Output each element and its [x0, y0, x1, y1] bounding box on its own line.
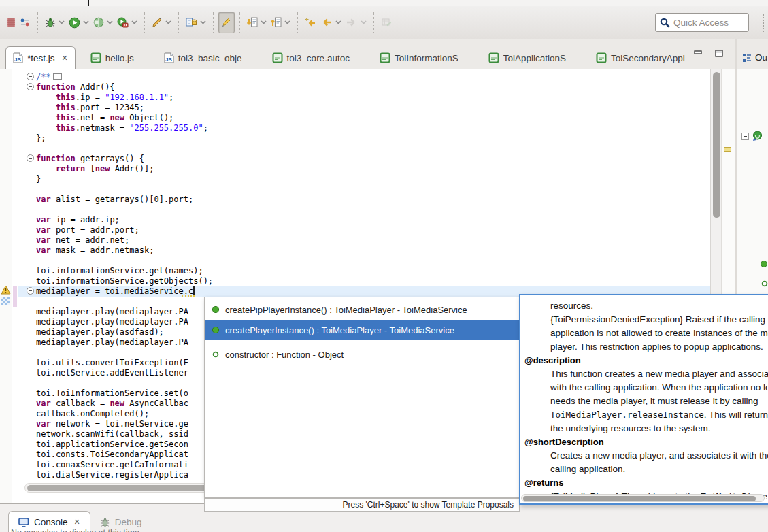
code-line[interactable]: };: [36, 133, 213, 144]
code-line[interactable]: return [new Addr()];: [36, 164, 213, 174]
quick-access-input[interactable]: [673, 18, 741, 28]
code-line[interactable]: var net = addr.net;: [36, 235, 213, 246]
skip-all-breakpoints-button[interactable]: [4, 12, 18, 33]
code-line[interactable]: var mask = addr.netmask;: [36, 246, 213, 256]
code-line[interactable]: var port = addr.port;: [36, 225, 213, 235]
collapse-icon[interactable]: [27, 287, 34, 295]
close-icon[interactable]: ✕: [74, 518, 80, 527]
editor-tab-toisecondaryappl[interactable]: ToiSecondaryAppl: [581, 46, 700, 69]
global-object-icon[interactable]: [752, 131, 763, 142]
code-line[interactable]: mediaplayer.play(mediaplayer.PA: [36, 337, 213, 348]
collapse-icon[interactable]: [27, 83, 34, 90]
code-line[interactable]: toi.dialService.registerApplica: [36, 470, 213, 480]
new-snippet-button[interactable]: [184, 12, 208, 33]
method-public-icon[interactable]: [760, 260, 768, 268]
proposal-row[interactable]: createPlayerInstance() : ToiMediaPlayer …: [205, 320, 519, 340]
code-line[interactable]: toi.ToiInformationService.set(o: [36, 388, 213, 399]
minimize-icon[interactable]: [694, 50, 703, 58]
quick-access-box[interactable]: [655, 13, 749, 32]
code-line[interactable]: toi.informationService.getObjects();: [36, 276, 213, 286]
previous-annotation-button[interactable]: [269, 12, 293, 33]
code-line[interactable]: [36, 378, 213, 388]
folding-ruler[interactable]: [27, 69, 35, 503]
code-line[interactable]: toi.utils.convertToiException(E: [36, 358, 213, 368]
code-line[interactable]: [36, 348, 213, 358]
editor-tab-toiinformations[interactable]: ToiInformationS: [365, 46, 473, 69]
code-line[interactable]: callback.onCompleted();: [36, 409, 213, 419]
forward-history-button[interactable]: [344, 12, 369, 33]
code-line[interactable]: var network = toi.netService.ge: [36, 419, 213, 429]
javadoc-horizontal-scrollbar[interactable]: [521, 494, 765, 502]
code-line[interactable]: var callback = new AsyncCallbac: [36, 399, 213, 409]
editor-tab-toi3coreautoc[interactable]: toi3_core.autoc: [257, 46, 365, 69]
proposal-row[interactable]: createPipPlayerInstance() : ToiMediaPlay…: [205, 299, 519, 320]
tree-collapse-icon[interactable]: [741, 133, 749, 140]
chevron-down-icon[interactable]: [284, 20, 290, 24]
code-line[interactable]: toi.netService.addEventListener: [36, 368, 213, 378]
chevron-down-icon[interactable]: [361, 20, 367, 24]
format-pen-button[interactable]: [150, 12, 173, 33]
proposal-row[interactable]: constructor : Function - Object: [205, 344, 519, 365]
code-line[interactable]: mediaplayer.play(asdfasd);: [36, 327, 213, 337]
code-text[interactable]: /**function Addr(){ this.ip = "192.168.1…: [36, 72, 213, 480]
code-line[interactable]: [36, 184, 213, 195]
chevron-down-icon[interactable]: [165, 20, 171, 24]
chevron-down-icon[interactable]: [200, 20, 206, 24]
v-scroll-thumb[interactable]: [713, 72, 720, 218]
code-line[interactable]: this.net = new Object();: [36, 113, 213, 123]
chevron-down-icon[interactable]: [261, 20, 267, 24]
run-button[interactable]: [67, 12, 91, 33]
chevron-down-icon[interactable]: [335, 20, 341, 24]
chevron-down-icon[interactable]: [107, 20, 113, 24]
code-line[interactable]: toi.informationService.get(names);: [36, 266, 213, 276]
code-line[interactable]: mediaplayer.play(mediaplayer.PA: [36, 317, 213, 327]
javadoc-tag: @returns: [523, 476, 768, 490]
last-edit-location-button[interactable]: [303, 12, 318, 33]
code-line[interactable]: mediaplayer.play(mediaplayer.PA: [36, 307, 213, 317]
code-line[interactable]: var alist = getarrays()[0].port;: [36, 195, 213, 205]
code-line[interactable]: function getarrays() {: [36, 154, 213, 164]
debug-button[interactable]: [43, 12, 67, 33]
editor-tab-testjs[interactable]: JS*test.js✕: [5, 46, 76, 69]
run-external-tools-button[interactable]: [115, 12, 139, 33]
folded-region-box[interactable]: [53, 73, 62, 80]
pin-editor-button[interactable]: [379, 12, 394, 33]
overview-warning-marker[interactable]: [724, 147, 731, 152]
back-history-button[interactable]: [318, 12, 344, 33]
toolbar-separator: [239, 12, 240, 33]
outline-header[interactable]: Ou: [737, 39, 768, 69]
code-line[interactable]: [36, 297, 213, 307]
code-line[interactable]: toi.consts.ToiSecondaryApplicat: [36, 450, 213, 460]
code-line[interactable]: this.netmask = "255.255.255.0";: [36, 123, 213, 133]
code-line[interactable]: function Addr(){: [36, 82, 213, 93]
code-line[interactable]: network.scanWifi(callback, ssid: [36, 429, 213, 439]
code-line[interactable]: [36, 144, 213, 154]
coverage-button[interactable]: [91, 12, 115, 33]
editor-tab-hellojs[interactable]: hello.js: [76, 46, 149, 69]
collapse-icon[interactable]: [27, 73, 34, 80]
breakpoints-view-button[interactable]: [18, 12, 33, 33]
chevron-down-icon[interactable]: [59, 20, 65, 24]
code-line[interactable]: toi.conaxService.getCaInformati: [36, 460, 213, 470]
editor-tab-toi3basicobje[interactable]: JStoi3_basic_obje: [149, 46, 257, 69]
close-icon[interactable]: ✕: [62, 54, 68, 63]
code-line[interactable]: }: [36, 174, 213, 184]
chevron-down-icon[interactable]: [83, 20, 89, 24]
code-line[interactable]: this.port = 12345;: [36, 103, 213, 113]
code-line[interactable]: /**: [36, 72, 213, 82]
toolbar-grip[interactable]: [763, 14, 764, 32]
toggle-mark-occurrences-button[interactable]: [218, 12, 235, 33]
javadoc-scroll-thumb[interactable]: [523, 496, 756, 501]
code-line[interactable]: [36, 205, 213, 215]
code-line[interactable]: toi.applicationService.getSecon: [36, 439, 213, 450]
editor-tab-toiapplications[interactable]: ToiApplicationS: [473, 46, 581, 69]
code-line[interactable]: var ip = addr.ip;: [36, 215, 213, 225]
collapse-icon[interactable]: [27, 154, 34, 162]
field-public-icon[interactable]: [761, 280, 768, 288]
code-line[interactable]: [36, 256, 213, 266]
next-annotation-button[interactable]: [245, 12, 269, 33]
chevron-down-icon[interactable]: [131, 20, 137, 24]
maximize-icon[interactable]: [715, 50, 724, 58]
code-line[interactable]: this.ip = "192.168.1.1";: [36, 93, 213, 103]
warning-icon[interactable]: [1, 285, 11, 295]
